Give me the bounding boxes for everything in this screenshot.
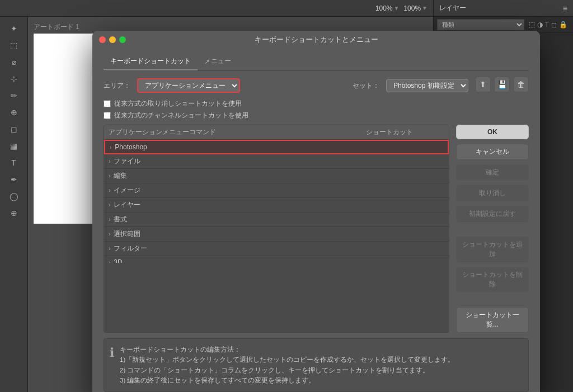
chevron-edit: › <box>109 173 110 179</box>
main-content: アプリケーションメニューコマンド ショートカット › Photoshop › フ… <box>104 125 529 333</box>
layers-kind-select[interactable]: 種類 <box>437 19 524 30</box>
menu-item-photoshop[interactable]: › Photoshop <box>104 140 449 154</box>
set-select[interactable]: Photoshop 初期設定 <box>386 79 468 92</box>
traffic-lights <box>99 36 126 43</box>
legacy-undo-checkbox[interactable] <box>104 100 111 107</box>
delete-set-button[interactable]: 🗑 <box>513 77 529 92</box>
menu-item-3d[interactable]: › 3D <box>104 256 449 263</box>
undo-button[interactable]: 取り消し <box>456 185 529 201</box>
checkbox-row-1: 従来方式の取り消しショートカットを使用 <box>104 99 529 108</box>
tab-row: キーボードショートカット メニュー <box>104 54 529 71</box>
crop-tool[interactable]: ⊹ <box>7 72 21 86</box>
info-area: ℹ キーボードショートカットの編集方法： 1)「新規セット」ボタンをクリックして… <box>104 338 529 392</box>
maximize-button[interactable] <box>119 36 126 43</box>
filter-type-icon[interactable]: T <box>545 21 549 29</box>
move-tool[interactable]: ✦ <box>7 21 21 36</box>
menu-item-selection[interactable]: › 選択範囲 <box>104 227 449 242</box>
menu-item-image-label: イメージ <box>114 186 140 195</box>
keyboard-shortcuts-dialog: キーボードショートカットとメニュー キーボードショートカット メニュー エリア：… <box>92 31 540 392</box>
controls-row: エリア： アプリケーションメニュー ツールパネルメニュー タスクスペースメニュー… <box>104 77 529 95</box>
delete-shortcut-button[interactable]: ショートカットを削除 <box>456 267 529 292</box>
chevron-file: › <box>109 158 110 164</box>
menu-item-selection-label: 選択範囲 <box>114 229 140 239</box>
layers-filter-icons: ⬚ ◑ T ◻ 🔒 <box>527 20 570 30</box>
chevron-filter: › <box>109 245 110 252</box>
legacy-channel-checkbox[interactable] <box>104 112 111 119</box>
col-command: アプリケーションメニューコマンド <box>109 127 366 137</box>
menu-item-edit-label: 編集 <box>114 171 127 181</box>
chevron-selection: › <box>109 231 110 237</box>
cancel-button[interactable]: キャンセル <box>456 144 529 160</box>
left-toolbar: ✦ ⬚ ⌀ ⊹ ✏ ⊕ ◻ ▦ T ✒ ◯ ⊕ <box>0 17 28 392</box>
tab-keyboard-shortcuts[interactable]: キーボードショートカット <box>104 54 198 70</box>
info-line3: 3) 編集の終了後にセットを保存してすべての変更を保持します。 <box>120 377 315 384</box>
info-title: キーボードショートカットの編集方法： <box>120 346 241 353</box>
menu-item-file[interactable]: › ファイル <box>104 154 449 169</box>
menu-item-layer[interactable]: › レイヤー <box>104 198 449 212</box>
dialog-titlebar: キーボードショートカットとメニュー <box>92 31 540 48</box>
add-shortcut-button[interactable]: ショートカットを追加 <box>456 237 529 262</box>
lasso-tool[interactable]: ⌀ <box>7 55 21 69</box>
checkbox-row-2: 従来方式のチャンネルショートカットを使用 <box>104 111 529 120</box>
zoom-level-2: 100% ▼ <box>403 4 428 12</box>
menu-item-filter[interactable]: › フィルター <box>104 242 449 256</box>
layers-panel-header: レイヤー ≡ <box>434 0 573 17</box>
chevron-photoshop: › <box>110 144 111 150</box>
save-set-button[interactable]: 💾 <box>494 77 510 92</box>
set-icon-buttons: ⬆ 💾 🗑 <box>475 77 529 92</box>
layers-panel-menu-icon[interactable]: ≡ <box>563 4 567 13</box>
dialog-body: キーボードショートカット メニュー エリア： アプリケーションメニュー ツールパ… <box>92 48 540 392</box>
zoom-tool[interactable]: ⊕ <box>7 206 21 220</box>
menu-item-filter-label: フィルター <box>114 244 147 253</box>
col-shortcut: ショートカット <box>366 127 444 137</box>
info-text: キーボードショートカットの編集方法： 1)「新規セット」ボタンをクリックして選択… <box>120 344 454 386</box>
menu-item-image[interactable]: › イメージ <box>104 183 449 198</box>
confirm-button[interactable]: 確定 <box>456 164 529 181</box>
menu-item-file-label: ファイル <box>114 157 140 166</box>
layers-panel-title: レイヤー <box>439 3 466 13</box>
table-scroll[interactable]: › Photoshop › ファイル › 編集 › イメージ <box>104 140 449 263</box>
info-icon: ℹ <box>110 346 114 360</box>
menu-item-edit[interactable]: › 編集 <box>104 169 449 183</box>
eraser-tool[interactable]: ◻ <box>7 122 21 136</box>
area-label: エリア： <box>104 81 130 91</box>
gradient-tool[interactable]: ▦ <box>7 139 21 153</box>
menu-item-photoshop-label: Photoshop <box>115 143 147 151</box>
artboard-label: アートボード 1 <box>34 22 79 32</box>
filter-pixel-icon[interactable]: ⬚ <box>529 21 535 29</box>
table-header: アプリケーションメニューコマンド ショートカット <box>104 125 449 140</box>
minimize-button[interactable] <box>109 36 116 43</box>
menu-item-typography[interactable]: › 書式 <box>104 212 449 227</box>
menu-item-3d-label: 3D <box>114 258 122 263</box>
chevron-typography: › <box>109 216 110 223</box>
chevron-3d: › <box>109 259 110 263</box>
type-tool[interactable]: T <box>7 155 21 170</box>
close-button[interactable] <box>99 36 106 43</box>
top-toolbar: 100% ▼ 100% ▼ <box>0 0 433 17</box>
shortcut-list-button[interactable]: ショートカット一覧... <box>456 307 529 333</box>
tab-menu[interactable]: メニュー <box>198 54 238 70</box>
zoom-level-1: 100% ▼ <box>375 4 400 12</box>
dialog-title: キーボードショートカットとメニュー <box>255 35 378 45</box>
clone-tool[interactable]: ⊕ <box>7 105 21 120</box>
filter-adjust-icon[interactable]: ◑ <box>537 21 543 29</box>
legacy-undo-label: 従来方式の取り消しショートカットを使用 <box>114 99 242 108</box>
set-label: セット： <box>353 81 379 91</box>
ok-button[interactable]: OK <box>456 125 529 139</box>
shape-tool[interactable]: ◯ <box>7 189 21 204</box>
filter-smart-icon[interactable]: 🔒 <box>559 21 567 29</box>
right-buttons: OK キャンセル 確定 取り消し 初期設定に戻す ショートカットを追加 ショート… <box>456 125 529 333</box>
filter-shape-icon[interactable]: ◻ <box>551 21 557 29</box>
legacy-channel-label: 従来方式のチャンネルショートカットを使用 <box>114 111 248 120</box>
select-tool[interactable]: ⬚ <box>7 38 21 53</box>
reset-button[interactable]: 初期設定に戻す <box>456 206 529 222</box>
brush-tool[interactable]: ✏ <box>7 88 21 103</box>
info-line1: 1)「新規セット」ボタンをクリックして選択したセットのコピーを作成するか、セット… <box>120 356 454 363</box>
menu-item-layer-label: レイヤー <box>114 200 140 210</box>
pen-tool[interactable]: ✒ <box>7 172 21 187</box>
new-set-button[interactable]: ⬆ <box>475 77 491 92</box>
info-line2: 2) コマンドの「ショートカット」コラムをクリックし、キーを押してショートカット… <box>120 367 429 374</box>
chevron-layer: › <box>109 202 110 208</box>
area-select[interactable]: アプリケーションメニュー ツールパネルメニュー タスクスペースメニュー <box>137 78 240 93</box>
chevron-image: › <box>109 187 110 193</box>
